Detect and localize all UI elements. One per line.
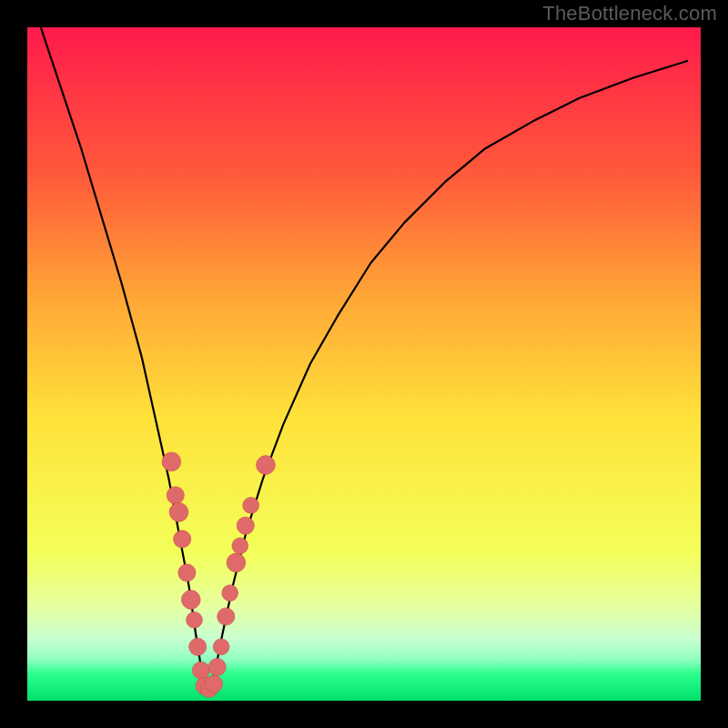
chart-marker <box>222 585 238 602</box>
chart-marker <box>213 639 229 655</box>
chart-marker <box>167 487 184 504</box>
bottleneck-curve <box>41 27 687 687</box>
chart-marker <box>237 517 254 534</box>
chart-marker <box>192 662 209 679</box>
curve-layer <box>27 27 701 701</box>
chart-marker <box>217 608 235 625</box>
chart-marker <box>162 452 181 471</box>
chart-marker <box>187 612 203 628</box>
chart-marker <box>205 675 222 693</box>
watermark-text: TheBottleneck.com <box>542 2 717 25</box>
chart-marker <box>169 502 188 521</box>
chart-markers <box>162 452 275 697</box>
chart-frame: TheBottleneck.com <box>0 0 728 728</box>
chart-marker <box>227 553 246 572</box>
chart-marker <box>243 498 259 514</box>
chart-marker <box>178 564 196 581</box>
chart-marker <box>232 538 248 554</box>
chart-marker <box>181 591 200 610</box>
plot-area <box>27 27 701 701</box>
chart-marker <box>174 531 191 548</box>
chart-marker <box>189 638 207 655</box>
chart-marker <box>208 658 226 675</box>
chart-marker <box>257 456 276 475</box>
